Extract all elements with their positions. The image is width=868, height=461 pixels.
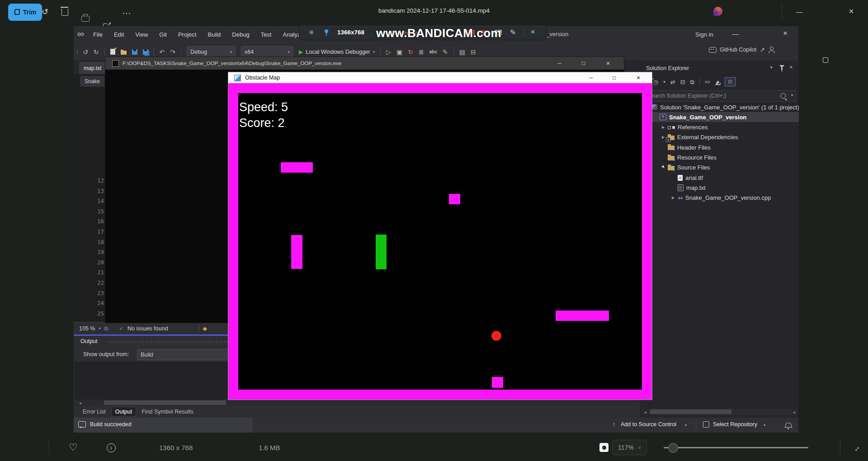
zoom-level-dropdown[interactable]: 117% ˅ — [612, 440, 647, 455]
tab-error-list[interactable]: Error List — [79, 407, 109, 416]
vs-close-button[interactable]: × — [778, 29, 792, 38]
tree-item-map-txt[interactable]: map.txt — [641, 183, 799, 193]
menu-project[interactable]: Project — [177, 30, 197, 39]
menu-build[interactable]: Build — [207, 30, 222, 39]
start-without-debugging-icon[interactable]: ▷ — [386, 49, 391, 55]
menu-view[interactable]: View — [134, 30, 149, 39]
menu-edit[interactable]: Edit — [113, 30, 125, 39]
panel-close-icon[interactable]: × — [789, 64, 793, 70]
designer-app-icon[interactable] — [713, 7, 722, 16]
collapse-all-icon[interactable]: ⊟ — [680, 79, 685, 85]
copilot-user-icon[interactable] — [768, 47, 774, 53]
console-close-button[interactable]: × — [606, 60, 610, 67]
solution-platform-dropdown[interactable]: x64▾ — [241, 46, 293, 57]
zoom-slider-handle[interactable] — [668, 443, 678, 453]
bandicam-menu-icon[interactable]: ≡ — [309, 29, 313, 36]
comment-icon[interactable]: ⊟ — [471, 49, 476, 55]
add-to-source-control-button[interactable]: Add to Source Control — [621, 421, 676, 428]
save-icon[interactable] — [132, 49, 137, 55]
pin-icon[interactable] — [781, 66, 783, 70]
start-debugging-button[interactable]: ▶ Local Windows Debugger ▾ — [299, 49, 375, 55]
breakpoint-icon[interactable]: ▣ — [396, 49, 402, 55]
health-status[interactable]: No issues found — [127, 325, 168, 332]
bandicam-close-button[interactable]: × — [531, 28, 535, 36]
menu-git[interactable]: Git — [158, 30, 168, 39]
tree-item-source-files[interactable]: ▶Source Files — [641, 163, 799, 173]
tab-map-txt[interactable]: map.txt — [79, 62, 106, 74]
tab-output[interactable]: Output — [111, 407, 137, 417]
game-titlebar[interactable]: Obstacle Map ─ □ × — [228, 72, 652, 83]
panel-menu-chevron-icon[interactable]: ▾ — [770, 66, 773, 70]
player-minimize-button[interactable]: — — [793, 8, 806, 15]
pending-changes-filter-icon[interactable]: ◷▾ — [653, 79, 658, 85]
print-button[interactable] — [81, 16, 90, 22]
game-minimize-button[interactable]: ─ — [589, 75, 593, 81]
menu-test[interactable]: Test — [260, 30, 273, 39]
navigate-forward-icon[interactable]: ↻ — [94, 49, 99, 55]
copilot-badge[interactable]: GitHub Copilot ↗ — [709, 46, 774, 53]
select-repository-button[interactable]: Select Repository — [713, 421, 757, 428]
tree-item-resource-files[interactable]: Resource Files — [641, 153, 799, 163]
copy-path-icon[interactable]: ⧉ — [690, 79, 694, 85]
game-close-button[interactable]: × — [637, 74, 640, 81]
navigate-back-icon[interactable]: ↺ — [83, 49, 88, 55]
scroll-left-arrow[interactable]: ◂ — [644, 410, 646, 414]
menu-debug[interactable]: Debug — [231, 30, 250, 39]
chevron-down-icon[interactable]: ▾ — [99, 326, 100, 330]
tree-item-references[interactable]: ▶References — [641, 122, 799, 132]
notifications-bell-icon[interactable] — [785, 423, 792, 428]
scroll-thumb[interactable] — [104, 400, 226, 405]
scroll-left-arrow[interactable]: ◂ — [79, 401, 81, 405]
solution-configuration-dropdown[interactable]: Debug▾ — [187, 46, 236, 57]
profiler-icon[interactable]: ≣ — [419, 49, 424, 55]
tree-item-snake-game-oop-version[interactable]: +Snake_Game_OOP_version — [641, 112, 799, 122]
tree-item-snake-game-oop-version-cpp[interactable]: ▶++Snake_Game_OOP_version.cpp — [641, 193, 799, 203]
new-file-icon[interactable] — [110, 49, 115, 55]
scroll-right-arrow[interactable]: ▸ — [793, 410, 796, 414]
console-titlebar[interactable]: F:\OOP&DS_TASKS\Snake_Game_OOP_version\x… — [105, 57, 624, 70]
tree-item-external-dependencies[interactable]: ▶External Dependencies — [641, 132, 799, 142]
redo-icon[interactable]: ↷ — [170, 49, 175, 55]
scroll-thumb[interactable] — [650, 409, 731, 414]
output-source-dropdown[interactable]: Build — [137, 349, 235, 360]
game-maximize-button[interactable]: □ — [613, 75, 616, 81]
view-code-icon[interactable]: <> — [705, 80, 710, 85]
document-outline-icon[interactable]: ⧉ — [104, 325, 108, 332]
player-close-button[interactable]: × — [844, 6, 858, 16]
toolbar-grip[interactable]: ⁞⁞ — [76, 49, 77, 55]
console-minimize-button[interactable]: ─ — [557, 60, 561, 66]
console-maximize-button[interactable]: □ — [582, 60, 585, 66]
expander-icon[interactable]: ▶ — [672, 196, 676, 200]
actual-size-button[interactable] — [599, 443, 609, 452]
expander-icon[interactable]: ▶ — [662, 125, 666, 129]
tree-item-arial-ttf[interactable]: Aarial.ttf — [641, 173, 799, 183]
expander-icon[interactable]: ▶ — [661, 165, 667, 170]
bookmark-icon[interactable]: ▤ — [459, 49, 465, 55]
player-restore-button[interactable] — [823, 57, 828, 63]
undo-icon[interactable]: ↶ — [160, 49, 165, 55]
menu-file[interactable]: File — [92, 30, 104, 39]
open-file-icon[interactable] — [121, 51, 127, 55]
tab-snake-cpp[interactable]: Snake — [80, 76, 104, 87]
tree-item-header-files[interactable]: Header Files — [641, 142, 799, 152]
file-info-icon[interactable]: i — [107, 443, 116, 452]
bandicam-pin-icon[interactable] — [325, 29, 328, 33]
solution-explorer-search[interactable]: Search Solution Explorer (Ctrl+;) ▾ — [644, 90, 796, 102]
bandicam-draw-button[interactable]: ✎ — [510, 29, 516, 36]
sign-in-button[interactable]: Sign in — [695, 31, 713, 38]
preview-selected-items-icon[interactable]: ⊡ — [725, 77, 736, 86]
sync-with-active-document-icon[interactable]: ⇄ — [670, 79, 675, 85]
search-options-chevron[interactable]: ▾ — [791, 94, 793, 97]
tree-item-solution-snake-game-oop-versio[interactable]: Solution 'Snake_Game_OOP_version' (1 of … — [641, 102, 799, 112]
hot-reload-icon[interactable]: ↻ — [408, 49, 413, 55]
search-icon[interactable] — [780, 93, 786, 99]
vs-minimize-button[interactable]: — — [729, 30, 742, 38]
code-cleanup-icon[interactable]: ◆ — [203, 325, 207, 332]
find-in-files-icon[interactable]: abc — [429, 49, 437, 54]
favorite-heart-icon[interactable]: ♡ — [69, 442, 78, 452]
properties-wrench-icon[interactable] — [715, 81, 719, 85]
copilot-share-icon[interactable]: ↗ — [760, 47, 765, 53]
editor-zoom-level[interactable]: 105 % — [79, 325, 95, 332]
tab-find-symbol-results[interactable]: Find Symbol Results — [138, 407, 197, 416]
solution-explorer-hscrollbar[interactable]: ◂ ▸ — [642, 409, 798, 415]
